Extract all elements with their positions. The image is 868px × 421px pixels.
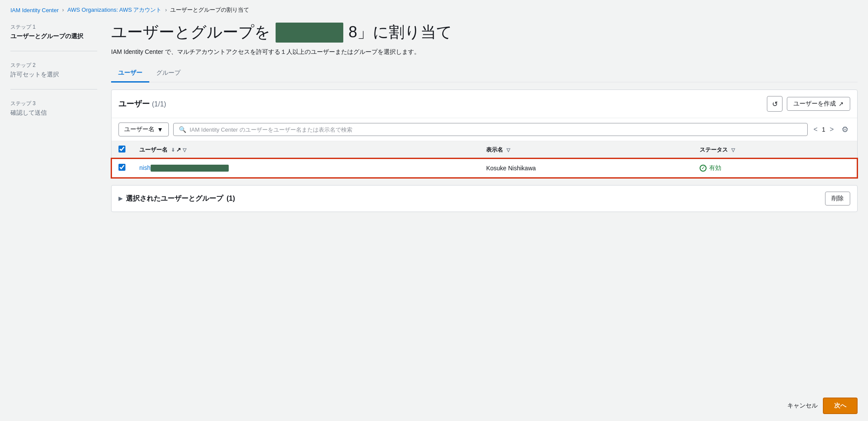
status-text: 有効 — [709, 164, 721, 172]
th-username: ユーザー名 ⇓ ↗ ▽ — [132, 141, 479, 159]
step1-label: ステップ 1 — [10, 23, 97, 31]
tab-bar: ユーザー グループ — [111, 65, 858, 83]
external-link-icon: ↗ — [838, 100, 844, 107]
table-header: ユーザー (1/1) ↺ ユーザーを作成 ↗ — [112, 90, 857, 118]
table-title: ユーザー (1/1) — [118, 99, 166, 109]
cancel-button[interactable]: キャンセル — [787, 402, 818, 410]
selected-title[interactable]: ▶ 選択されたユーザーとグループ (1) — [118, 194, 235, 203]
search-input[interactable] — [190, 126, 802, 133]
username-redacted-block — [151, 165, 229, 172]
filter-icon-col: ▽ — [183, 147, 186, 152]
table-body: nish Kosuke Nishikawa ✓ 有効 — [112, 159, 857, 178]
breadcrumb: IAM Identity Center › AWS Organizations:… — [0, 0, 868, 20]
users-table-section: ユーザー (1/1) ↺ ユーザーを作成 ↗ — [111, 90, 858, 178]
username-link[interactable]: nish — [139, 164, 229, 171]
refresh-button[interactable]: ↺ — [767, 96, 783, 112]
step2-label: ステップ 2 — [10, 62, 97, 69]
row-username-cell: nish — [132, 159, 479, 178]
row-status-cell: ✓ 有効 — [693, 159, 857, 178]
table-header-row: ユーザー名 ⇓ ↗ ▽ 表示名 ▽ ステータス ▽ — [112, 141, 857, 159]
title-prefix: ユーザーとグループを — [111, 22, 270, 43]
row-checkbox[interactable] — [118, 164, 125, 171]
table-row: nish Kosuke Nishikawa ✓ 有効 — [112, 159, 857, 178]
search-box: 🔍 — [173, 123, 808, 136]
external-link-icon-col: ↗ — [176, 146, 181, 153]
column-settings-button[interactable]: ⚙ — [840, 123, 850, 136]
refresh-icon: ↺ — [772, 100, 778, 108]
sidebar-step-2: ステップ 2 許可セットを選択 — [10, 62, 97, 90]
step2-title: 許可セットを選択 — [10, 71, 97, 79]
next-button[interactable]: 次へ — [823, 398, 858, 414]
page-description: IAM Identity Center で、マルチアカウントアクセスを許可する１… — [111, 48, 858, 56]
pagination: < 1 > — [812, 124, 835, 135]
create-user-label: ユーザーを作成 — [793, 100, 836, 108]
selected-count: (1) — [227, 195, 235, 202]
row-checkbox-cell — [112, 159, 132, 178]
title-redacted-block — [276, 23, 343, 43]
selected-users-section: ▶ 選択されたユーザーとグループ (1) 削除 — [111, 185, 858, 212]
select-all-checkbox[interactable] — [118, 146, 125, 152]
filter-row: ユーザー名 ▼ 🔍 < 1 > ⚙ — [112, 118, 857, 141]
sidebar-step-3: ステップ 3 確認して送信 — [10, 100, 97, 127]
display-name-value: Kosuke Nishikawa — [486, 165, 536, 172]
status-icon: ✓ — [700, 165, 707, 172]
table-actions: ↺ ユーザーを作成 ↗ — [767, 96, 850, 112]
tab-groups[interactable]: グループ — [149, 65, 187, 83]
filter-label: ユーザー名 — [124, 126, 155, 133]
current-page: 1 — [822, 126, 825, 133]
breadcrumb-link-iam[interactable]: IAM Identity Center — [10, 7, 59, 13]
th-display-name: 表示名 ▽ — [479, 141, 693, 159]
footer: キャンセル 次へ — [0, 391, 868, 421]
username-prefix: nish — [139, 164, 151, 171]
username-sort-icon: ⇓ — [171, 147, 175, 152]
tab-users[interactable]: ユーザー — [111, 65, 149, 83]
status-active: ✓ 有効 — [700, 164, 850, 172]
users-table: ユーザー名 ⇓ ↗ ▽ 表示名 ▽ ステータス ▽ — [112, 141, 857, 178]
settings-icon: ⚙ — [842, 125, 848, 134]
selected-header: ▶ 選択されたユーザーとグループ (1) 削除 — [112, 186, 857, 212]
th-checkbox — [112, 141, 132, 159]
th-status: ステータス ▽ — [693, 141, 857, 159]
breadcrumb-link-aws-org[interactable]: AWS Organizations: AWS アカウント — [67, 6, 161, 14]
step1-title: ユーザーとグループの選択 — [10, 33, 97, 40]
title-suffix: 8」に割り当て — [349, 22, 452, 43]
sidebar: ステップ 1 ユーザーとグループの選択 ステップ 2 許可セットを選択 ステップ… — [10, 20, 97, 380]
filter-dropdown[interactable]: ユーザー名 ▼ — [118, 123, 169, 136]
main-layout: ステップ 1 ユーザーとグループの選択 ステップ 2 許可セットを選択 ステップ… — [0, 20, 868, 391]
breadcrumb-sep-1: › — [62, 7, 64, 13]
breadcrumb-current: ユーザーとグループの割り当て — [170, 6, 249, 14]
filter-arrow-icon: ▼ — [157, 126, 163, 133]
table-count: (1/1) — [152, 100, 166, 108]
status-sort-icon: ▽ — [731, 147, 735, 152]
search-icon: 🔍 — [179, 126, 186, 133]
main-content: ユーザーとグループを 8」に割り当て IAM Identity Center で… — [111, 20, 858, 380]
step3-label: ステップ 3 — [10, 100, 97, 107]
delete-button[interactable]: 削除 — [825, 192, 850, 206]
display-sort-icon: ▽ — [506, 147, 510, 152]
page-wrapper: IAM Identity Center › AWS Organizations:… — [0, 0, 868, 421]
row-display-name-cell: Kosuke Nishikawa — [479, 159, 693, 178]
page-title: ユーザーとグループを 8」に割り当て — [111, 22, 858, 43]
next-page-button[interactable]: > — [828, 124, 835, 135]
step3-title: 確認して送信 — [10, 109, 97, 117]
collapse-chevron-icon: ▶ — [118, 196, 122, 202]
create-user-button[interactable]: ユーザーを作成 ↗ — [787, 97, 850, 111]
prev-page-button[interactable]: < — [812, 124, 819, 135]
selected-label: 選択されたユーザーとグループ — [126, 194, 223, 203]
breadcrumb-sep-2: › — [165, 7, 167, 13]
sidebar-step-1: ステップ 1 ユーザーとグループの選択 — [10, 23, 97, 51]
